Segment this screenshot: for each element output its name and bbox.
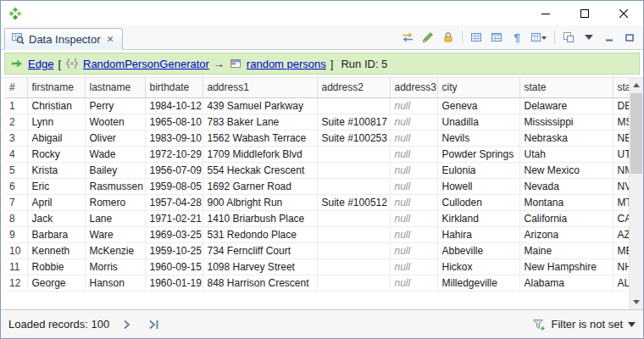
table-cell[interactable]: Unadilla [437, 114, 519, 130]
table-row[interactable]: 4RockyWade1972-10-291709 Middlefork Blvd… [5, 146, 629, 162]
table-cell[interactable]: Morris [85, 258, 145, 275]
table-cell[interactable]: Wooten [85, 114, 145, 130]
column-header[interactable]: address2 [317, 78, 390, 97]
table-cell[interactable]: Kenneth [27, 242, 85, 258]
table-cell[interactable]: Ware [85, 226, 145, 242]
window-close-button[interactable] [604, 1, 643, 25]
table-cell[interactable]: 1960-09-15 [145, 258, 203, 275]
table-cell[interactable]: Hickox [437, 258, 519, 275]
column-header[interactable]: birthdate [145, 78, 203, 97]
edge-link[interactable]: Edge [28, 58, 53, 70]
table-cell[interactable]: 1959-10-25 [145, 242, 203, 258]
table-row[interactable]: 3AbigailOliver1983-09-101562 Wabash Terr… [5, 130, 629, 146]
table-cell[interactable]: Abigail [27, 130, 85, 146]
lock-button[interactable] [439, 28, 458, 47]
window-minimize-button[interactable] [526, 1, 565, 25]
table-cell[interactable]: Abbeville [437, 242, 519, 258]
table-cell[interactable]: Wade [85, 146, 145, 162]
maximize-view-button[interactable] [620, 28, 639, 47]
table-cell[interactable]: Eulonia [437, 162, 519, 178]
table-cell[interactable]: Rocky [27, 146, 85, 162]
tab-data-inspector[interactable]: Data Inspector ✕ [4, 28, 123, 50]
fetch-next-button[interactable] [118, 315, 136, 334]
scrollbar-track[interactable] [630, 92, 643, 295]
table-cell[interactable]: Suite #100253 [317, 130, 390, 146]
table-cell[interactable]: null [390, 130, 437, 146]
table-row[interactable]: 11RobbieMorris1960-09-151098 Harvey Stre… [5, 258, 629, 275]
table-cell[interactable]: DE [613, 97, 629, 114]
table-cell[interactable] [317, 146, 390, 162]
table-cell[interactable]: Milledgeville [437, 275, 519, 291]
table-cell[interactable]: NH [613, 258, 629, 275]
table-cell[interactable]: ME [613, 242, 629, 258]
table-cell[interactable]: Alabama [519, 275, 613, 291]
column-header[interactable]: lastname [85, 78, 145, 97]
table-cell[interactable]: California [519, 210, 613, 226]
table-cell[interactable]: Delaware [519, 97, 613, 114]
table-cell[interactable]: 900 Albright Run [203, 194, 317, 210]
table-cell[interactable]: Oliver [85, 130, 145, 146]
table-cell[interactable]: 1956-07-09 [145, 162, 203, 178]
table-cell[interactable]: null [390, 97, 437, 114]
table-cell[interactable]: Robbie [27, 258, 85, 275]
table-cell[interactable]: 1969-03-25 [145, 226, 203, 242]
table-cell[interactable]: 1965-08-10 [145, 114, 203, 130]
column-header[interactable]: stat [613, 78, 629, 97]
table-cell[interactable]: Mississippi [519, 114, 613, 130]
table-cell[interactable]: 554 Heckak Crescent [203, 162, 317, 178]
table-cell[interactable]: Utah [519, 146, 613, 162]
table-cell[interactable] [317, 178, 390, 194]
tab-close-icon[interactable]: ✕ [105, 34, 116, 45]
table-cell[interactable]: 1957-04-28 [145, 194, 203, 210]
table-cell[interactable]: Kirkland [437, 210, 519, 226]
table-cell[interactable] [317, 242, 390, 258]
table-cell[interactable]: Bailey [85, 162, 145, 178]
column-header[interactable]: address3 [390, 78, 437, 97]
column-header[interactable]: city [437, 78, 519, 97]
table-cell[interactable]: Geneva [437, 97, 519, 114]
table-cell[interactable]: null [390, 146, 437, 162]
table-cell[interactable]: April [27, 194, 85, 210]
table-row[interactable]: 10KennethMcKenzie1959-10-25734 Ferncliff… [5, 242, 629, 258]
table-cell[interactable]: Maine [519, 242, 613, 258]
table-cell[interactable]: 1983-09-10 [145, 130, 203, 146]
table-row[interactable]: 6EricRasmussen1959-08-051692 Garner Road… [5, 178, 629, 194]
grid-view-button[interactable] [467, 28, 486, 47]
table-cell[interactable]: NV [613, 178, 629, 194]
table-row[interactable]: 8JackLane1971-02-211410 Briarbush Placen… [5, 210, 629, 226]
table-cell[interactable]: null [390, 194, 437, 210]
table-cell[interactable]: Montana [519, 194, 613, 210]
table-cell[interactable]: Krista [27, 162, 85, 178]
table-cell[interactable]: Suite #100817 [317, 114, 390, 130]
scroll-up-button[interactable] [630, 78, 643, 92]
table-cell[interactable]: 1960-01-19 [145, 275, 203, 291]
table-view-button[interactable] [487, 28, 506, 47]
column-header[interactable]: firstname [27, 78, 85, 97]
table-cell[interactable]: Lynn [27, 114, 85, 130]
table-cell[interactable]: CA [613, 210, 629, 226]
table-cell[interactable]: Hanson [85, 275, 145, 291]
table-cell[interactable]: New Mexico [519, 162, 613, 178]
table-cell[interactable]: Lane [85, 210, 145, 226]
table-cell[interactable]: McKenzie [85, 242, 145, 258]
table-cell[interactable]: 734 Ferncliff Court [203, 242, 317, 258]
table-cell[interactable]: Nebraska [519, 130, 613, 146]
table-cell[interactable]: 1692 Garner Road [203, 178, 317, 194]
column-header[interactable]: state [519, 78, 613, 97]
table-cell[interactable]: Arizona [519, 226, 613, 242]
view-menu-button[interactable] [580, 28, 598, 47]
table-cell[interactable]: null [390, 275, 437, 291]
table-cell[interactable]: Romero [85, 194, 145, 210]
filter-control[interactable]: Filter is not set [532, 318, 636, 331]
table-cell[interactable] [317, 210, 390, 226]
edit-button[interactable] [419, 28, 437, 47]
table-cell[interactable]: 1984-10-12 [145, 97, 203, 114]
table-cell[interactable]: UT [613, 146, 629, 162]
table-cell[interactable]: Culloden [437, 194, 519, 210]
table-cell[interactable]: 439 Samuel Parkway [203, 97, 317, 114]
table-cell[interactable]: 1098 Harvey Street [203, 258, 317, 275]
table-cell[interactable]: Suite #100512 [317, 194, 390, 210]
table-cell[interactable]: 848 Harrison Crescent [203, 275, 317, 291]
table-row[interactable]: 7AprilRomero1957-04-28900 Albright RunSu… [5, 194, 629, 210]
table-cell[interactable]: Barbara [27, 226, 85, 242]
